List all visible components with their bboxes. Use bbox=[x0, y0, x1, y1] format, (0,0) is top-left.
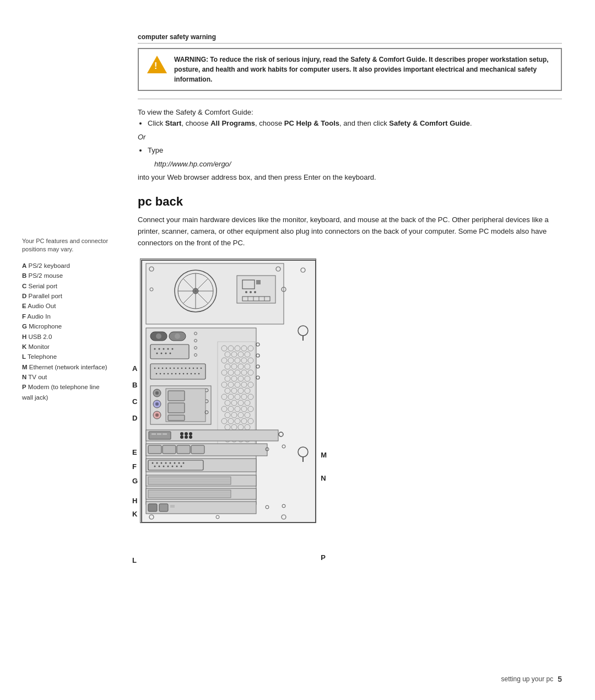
label-K: K bbox=[132, 508, 138, 520]
svg-point-153 bbox=[155, 402, 159, 406]
svg-point-188 bbox=[174, 462, 176, 464]
svg-rect-160 bbox=[168, 403, 185, 413]
label-F: F bbox=[132, 460, 138, 472]
diagram-labels-right: M N P bbox=[316, 259, 327, 566]
page-number: 5 bbox=[558, 675, 562, 683]
svg-point-38 bbox=[159, 348, 160, 350]
svg-point-65 bbox=[175, 373, 177, 375]
svg-rect-199 bbox=[148, 477, 231, 484]
footer-text: setting up your pc bbox=[501, 675, 553, 683]
svg-point-183 bbox=[152, 462, 154, 464]
svg-point-168 bbox=[180, 432, 183, 435]
svg-point-71 bbox=[198, 373, 200, 375]
svg-point-187 bbox=[170, 462, 171, 464]
connector-letter: B bbox=[22, 272, 26, 279]
list-item: H USB 2.0 bbox=[22, 332, 111, 342]
svg-point-56 bbox=[189, 368, 191, 369]
warning-text: WARNING: To reduce the risk of serious i… bbox=[174, 55, 553, 84]
svg-point-54 bbox=[181, 368, 183, 369]
svg-point-155 bbox=[155, 413, 159, 417]
svg-point-42 bbox=[156, 353, 158, 354]
svg-point-171 bbox=[180, 435, 183, 439]
svg-point-189 bbox=[178, 462, 180, 464]
warning-triangle-icon bbox=[147, 56, 167, 73]
connector-letter: A bbox=[22, 262, 26, 269]
svg-point-69 bbox=[191, 373, 192, 375]
svg-point-62 bbox=[164, 373, 165, 375]
page-container: Your PC features and connector positions… bbox=[0, 0, 595, 700]
connector-letter: D bbox=[22, 293, 26, 299]
svg-point-173 bbox=[189, 435, 192, 439]
label-D: D bbox=[132, 412, 138, 424]
svg-point-55 bbox=[185, 368, 187, 369]
svg-rect-176 bbox=[148, 445, 161, 454]
pc-back-svg bbox=[140, 259, 316, 523]
svg-point-40 bbox=[167, 348, 169, 350]
follow-text: into your Web browser address box, and t… bbox=[138, 172, 562, 183]
label-B: B bbox=[132, 379, 138, 391]
svg-point-196 bbox=[176, 466, 178, 467]
svg-point-31 bbox=[175, 333, 180, 339]
svg-point-170 bbox=[189, 432, 192, 435]
svg-point-63 bbox=[167, 373, 169, 375]
svg-point-67 bbox=[183, 373, 185, 375]
url-text: http://www.hp.com/ergo/ bbox=[154, 159, 562, 170]
svg-rect-36 bbox=[150, 344, 189, 359]
svg-rect-209 bbox=[170, 505, 175, 508]
svg-point-190 bbox=[183, 462, 185, 464]
svg-rect-179 bbox=[191, 445, 204, 454]
svg-point-48 bbox=[158, 368, 160, 369]
label-E: E bbox=[132, 446, 138, 458]
svg-point-70 bbox=[194, 373, 196, 375]
svg-point-186 bbox=[165, 462, 167, 464]
list-item: G Microphone bbox=[22, 321, 111, 331]
label-spacer bbox=[321, 531, 327, 548]
svg-rect-165 bbox=[152, 433, 156, 435]
connector-letter: F bbox=[22, 313, 26, 320]
label-A: A bbox=[132, 362, 138, 374]
svg-point-51 bbox=[170, 368, 171, 369]
bullet-list: Click Start, choose All Programs, choose… bbox=[148, 118, 562, 129]
svg-point-52 bbox=[174, 368, 175, 369]
svg-point-59 bbox=[201, 368, 202, 369]
svg-point-192 bbox=[159, 466, 160, 467]
connector-letter: M bbox=[22, 364, 28, 370]
list-item: A PS/2 keyboard bbox=[22, 261, 111, 271]
svg-rect-203 bbox=[148, 490, 231, 498]
svg-point-30 bbox=[156, 333, 161, 339]
connector-letter: L bbox=[22, 353, 26, 360]
svg-point-61 bbox=[160, 373, 161, 375]
connector-letter: P bbox=[22, 384, 26, 390]
svg-point-47 bbox=[154, 368, 156, 369]
svg-point-45 bbox=[170, 353, 171, 354]
connector-letter: N bbox=[22, 374, 26, 380]
svg-point-49 bbox=[162, 368, 164, 369]
intro-section: To view the Safety & Comfort Guide: Clic… bbox=[138, 107, 562, 182]
sidebar: Your PC features and connector positions… bbox=[0, 33, 121, 667]
list-item: E Audio Out bbox=[22, 301, 111, 311]
svg-rect-167 bbox=[163, 433, 167, 435]
svg-rect-166 bbox=[157, 433, 161, 435]
warning-box: WARNING: To reduce the risk of serious i… bbox=[138, 48, 562, 91]
svg-point-17 bbox=[250, 291, 252, 293]
svg-point-184 bbox=[156, 462, 158, 464]
list-item: B PS/2 mouse bbox=[22, 271, 111, 281]
connector-letter: C bbox=[22, 283, 26, 289]
svg-point-185 bbox=[161, 462, 163, 464]
bullet-list-2: Type bbox=[148, 145, 562, 156]
svg-point-194 bbox=[167, 466, 169, 467]
svg-point-16 bbox=[245, 291, 247, 293]
list-item: L Telephone bbox=[22, 352, 111, 362]
connector-letter: G bbox=[22, 323, 27, 330]
view-guide-text: To view the Safety & Comfort Guide: bbox=[138, 107, 562, 118]
svg-point-43 bbox=[161, 353, 163, 354]
svg-point-197 bbox=[181, 466, 182, 467]
warning-icon-container bbox=[147, 55, 167, 73]
bullet-item-2: Type bbox=[148, 145, 562, 156]
list-item: P Modem (to telephone line wall jack) bbox=[22, 382, 111, 402]
list-item: F Audio In bbox=[22, 311, 111, 321]
label-N: N bbox=[321, 469, 327, 487]
svg-point-41 bbox=[172, 348, 174, 350]
diagram-container: A B C D E F G H K L bbox=[132, 259, 562, 566]
pc-back-desc: Connect your main hardware devices like … bbox=[138, 214, 562, 249]
